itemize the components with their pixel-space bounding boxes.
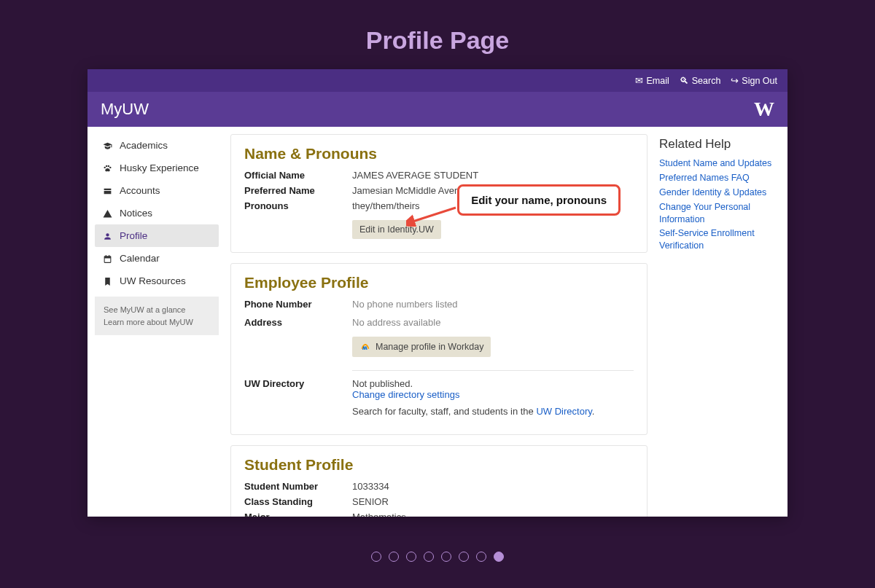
sidebar-item-husky-experience[interactable]: Husky Experience bbox=[95, 157, 219, 179]
official-name-label: Official Name bbox=[244, 170, 352, 181]
name-pronouns-card: Name & Pronouns Official Name JAMES AVER… bbox=[230, 134, 648, 253]
main: Name & Pronouns Official Name JAMES AVER… bbox=[226, 127, 656, 517]
card-title: Name & Pronouns bbox=[244, 145, 634, 162]
dot[interactable] bbox=[406, 552, 416, 562]
directory-search-text: Search for faculty, staff, and students … bbox=[352, 406, 634, 417]
directory-search-prefix: Search for faculty, staff, and students … bbox=[352, 406, 536, 417]
dot[interactable] bbox=[389, 552, 399, 562]
address-label: Address bbox=[244, 317, 352, 328]
sidebar-item-label: Husky Experience bbox=[120, 162, 199, 173]
related-help-title: Related Help bbox=[659, 137, 776, 152]
topbar-signout-label: Sign Out bbox=[742, 76, 777, 86]
brand[interactable]: MyUW bbox=[101, 100, 149, 119]
topbar-email-link[interactable]: ✉ Email bbox=[635, 75, 669, 86]
sidebar-note-line[interactable]: Learn more about MyUW bbox=[104, 316, 210, 329]
card-icon bbox=[102, 185, 112, 196]
workday-button-label: Manage profile in Workday bbox=[376, 342, 483, 352]
graduation-cap-icon bbox=[102, 140, 112, 151]
sidebar-item-label: UW Resources bbox=[120, 275, 186, 286]
paw-icon bbox=[102, 162, 112, 173]
search-icon: 🔍︎ bbox=[680, 76, 689, 86]
sidebar-item-academics[interactable]: Academics bbox=[95, 134, 219, 157]
major-label: Major bbox=[244, 511, 352, 517]
topbar-email-label: Email bbox=[646, 76, 669, 86]
pagination-dots bbox=[371, 552, 504, 562]
sidebar-item-label: Calendar bbox=[120, 253, 160, 264]
sidebar-item-label: Academics bbox=[120, 140, 168, 151]
card-title: Employee Profile bbox=[244, 274, 634, 291]
sidebar-item-accounts[interactable]: Accounts bbox=[95, 179, 219, 202]
directory-status: Not published. bbox=[352, 378, 634, 389]
directory-search-suffix: . bbox=[592, 406, 595, 417]
student-number-value: 1033334 bbox=[352, 481, 634, 492]
warning-icon bbox=[102, 208, 112, 219]
svg-point-1 bbox=[105, 165, 106, 167]
card-title: Student Profile bbox=[244, 456, 634, 474]
app-frame: ✉ Email 🔍︎ Search ↪ Sign Out MyUW W Acad… bbox=[88, 69, 788, 517]
svg-point-3 bbox=[109, 167, 111, 168]
topbar-signout-link[interactable]: ↪ Sign Out bbox=[731, 75, 777, 86]
sidebar-note-line[interactable]: See MyUW at a glance bbox=[104, 304, 210, 316]
related-help: Related Help Student Name and Updates Pr… bbox=[656, 127, 788, 262]
student-number-label: Student Number bbox=[244, 481, 352, 492]
directory-settings-link[interactable]: Change directory settings bbox=[352, 389, 459, 400]
dot[interactable] bbox=[371, 552, 381, 562]
employee-profile-card: Employee Profile Phone Number No phone n… bbox=[230, 263, 648, 435]
sidebar-item-uw-resources[interactable]: UW Resources bbox=[95, 270, 219, 292]
address-value: No address available bbox=[352, 317, 634, 328]
topbar-search-link[interactable]: 🔍︎ Search bbox=[680, 76, 721, 86]
callout-annotation: Edit your name, pronouns bbox=[457, 184, 621, 216]
slide-title: Profile Page bbox=[0, 0, 875, 69]
sidebar-item-label: Profile bbox=[120, 230, 147, 241]
sidebar-note: See MyUW at a glance Learn more about My… bbox=[95, 297, 219, 335]
directory-label: UW Directory bbox=[244, 378, 352, 417]
content: Academics Husky Experience Accounts Noti… bbox=[88, 127, 788, 517]
pronouns-label: Pronouns bbox=[244, 200, 352, 211]
workday-icon bbox=[359, 341, 371, 353]
dot[interactable] bbox=[459, 552, 469, 562]
related-link[interactable]: Self-Service Enrollment Verification bbox=[659, 227, 776, 252]
envelope-icon: ✉ bbox=[635, 75, 643, 86]
sidebar: Academics Husky Experience Accounts Noti… bbox=[88, 127, 226, 342]
sidebar-item-label: Notices bbox=[120, 208, 152, 219]
dot[interactable] bbox=[441, 552, 451, 562]
phone-value: No phone numbers listed bbox=[352, 299, 634, 310]
sidebar-item-profile[interactable]: Profile bbox=[95, 224, 219, 247]
class-standing-value: SENIOR bbox=[352, 496, 634, 507]
signout-icon: ↪ bbox=[731, 75, 739, 86]
uw-directory-link[interactable]: UW Directory bbox=[536, 406, 591, 417]
official-name-value: JAMES AVERAGE STUDENT bbox=[352, 170, 634, 181]
related-link[interactable]: Student Name and Updates bbox=[659, 157, 776, 170]
edit-identity-button[interactable]: Edit in Identity.UW bbox=[352, 220, 441, 239]
svg-point-2 bbox=[107, 165, 109, 167]
class-standing-label: Class Standing bbox=[244, 496, 352, 507]
workday-button[interactable]: Manage profile in Workday bbox=[352, 337, 491, 357]
uw-logo: W bbox=[754, 98, 774, 121]
dot-active[interactable] bbox=[494, 552, 504, 562]
related-link[interactable]: Preferred Names FAQ bbox=[659, 172, 776, 184]
divider bbox=[352, 370, 634, 371]
dot[interactable] bbox=[476, 552, 486, 562]
preferred-name-label: Preferred Name bbox=[244, 185, 352, 196]
bookmark-icon bbox=[102, 275, 112, 286]
sidebar-item-label: Accounts bbox=[120, 185, 160, 196]
major-value: Mathematics bbox=[352, 511, 634, 517]
sidebar-item-notices[interactable]: Notices bbox=[95, 202, 219, 224]
related-link[interactable]: Change Your Personal Information bbox=[659, 201, 776, 226]
calendar-icon bbox=[102, 253, 112, 264]
phone-label: Phone Number bbox=[244, 299, 352, 310]
header: MyUW W bbox=[88, 92, 788, 127]
student-profile-card: Student Profile Student Number 1033334 C… bbox=[230, 445, 648, 517]
related-link[interactable]: Gender Identity & Updates bbox=[659, 187, 776, 199]
sidebar-item-calendar[interactable]: Calendar bbox=[95, 247, 219, 270]
dot[interactable] bbox=[424, 552, 434, 562]
person-icon bbox=[102, 230, 112, 241]
topbar: ✉ Email 🔍︎ Search ↪ Sign Out bbox=[88, 69, 788, 92]
svg-point-0 bbox=[104, 167, 105, 168]
topbar-search-label: Search bbox=[692, 76, 721, 86]
